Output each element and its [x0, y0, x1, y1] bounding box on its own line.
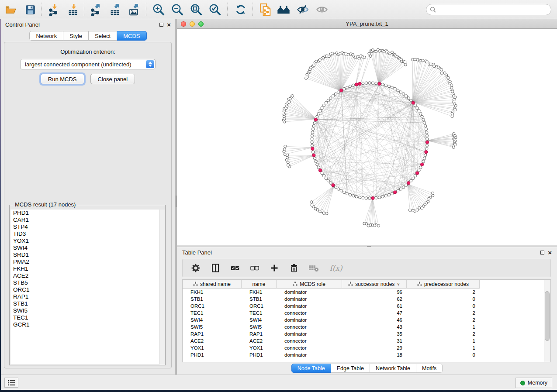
mcds-result-item[interactable]: TEC1	[10, 314, 164, 321]
mcds-result-item[interactable]: RAP1	[10, 293, 164, 300]
tab-edge-table[interactable]: Edge Table	[331, 364, 370, 373]
network-graph[interactable]	[177, 29, 557, 245]
mcds-result-item[interactable]: GCR1	[10, 321, 164, 328]
network-node	[332, 95, 334, 97]
export-network-button[interactable]	[88, 2, 103, 17]
memory-button[interactable]: Memory	[515, 378, 552, 388]
zoom-in-button[interactable]	[151, 2, 166, 17]
export-image-button[interactable]	[127, 2, 142, 17]
network-node	[408, 209, 411, 211]
zoom-out-button[interactable]	[170, 2, 185, 17]
mcds-result-item[interactable]: YOX1	[10, 237, 164, 244]
tab-select[interactable]: Select	[89, 31, 117, 41]
tab-network[interactable]: Network	[29, 31, 63, 41]
show-all-button[interactable]	[315, 2, 329, 17]
mcds-result-list[interactable]: PHD1CAR1STP4TID3YOX1SWI4SRD1PMA2FKH1ACE2…	[10, 210, 164, 364]
network-node	[405, 95, 407, 97]
mcds-result-item[interactable]: FKH1	[10, 265, 164, 272]
network-node	[426, 148, 428, 150]
mcds-result-item[interactable]: STP4	[10, 224, 164, 230]
network-node	[423, 157, 426, 160]
save-session-button[interactable]	[23, 2, 38, 17]
delete-rows-button[interactable]	[288, 262, 300, 274]
export-table-button[interactable]	[107, 2, 122, 17]
table-row[interactable]: ORC1ORC1dominator610	[183, 303, 480, 309]
tab-network-table[interactable]: Network Table	[370, 364, 416, 373]
function-builder-button[interactable]: f(x)	[327, 262, 345, 274]
apply-layout-button[interactable]	[233, 2, 248, 17]
table-row[interactable]: TEC1TEC1connector472	[183, 309, 480, 316]
float-panel-icon[interactable]	[540, 251, 544, 254]
table-row[interactable]: STB1STB1dominator620	[183, 296, 480, 303]
network-node	[311, 141, 313, 144]
float-panel-icon[interactable]	[159, 23, 163, 27]
mcds-result-item[interactable]: STB5	[10, 279, 164, 286]
delete-table-button[interactable]	[308, 262, 320, 274]
mcds-result-item[interactable]: STB1	[10, 300, 164, 307]
mcds-result-item[interactable]: TID3	[10, 230, 164, 237]
table-row[interactable]: YOX1YOX1connector291	[183, 344, 480, 351]
mcds-result-item[interactable]: CAR1	[10, 217, 164, 224]
mcds-result-item[interactable]: PHD1	[10, 210, 164, 217]
network-node	[414, 104, 416, 107]
search-input[interactable]	[436, 7, 551, 13]
column-header-predecessor-nodes[interactable]: predecessor nodes	[407, 280, 480, 288]
mcds-result-item[interactable]: SWI4	[10, 244, 164, 251]
network-node	[346, 192, 348, 195]
table-header[interactable]: shared namenameMCDS rolesuccessor nodes∨…	[183, 280, 480, 289]
add-row-button[interactable]	[268, 262, 280, 274]
network-node	[426, 138, 429, 140]
table-row[interactable]: FKH1FKH1dominator962	[183, 289, 480, 296]
tab-node-table[interactable]: Node Table	[291, 364, 331, 373]
network-node	[334, 186, 337, 189]
table-cell: SWI5	[183, 323, 242, 330]
column-header-MCDS-role[interactable]: MCDS role	[277, 280, 342, 288]
close-panel-icon[interactable]: ×	[548, 251, 552, 254]
zoom-fit-button[interactable]	[189, 2, 204, 17]
scrollbar-thumb[interactable]	[545, 291, 550, 341]
mcds-result-item[interactable]: ORC1	[10, 286, 164, 293]
mcds-result-item[interactable]: SRD1	[10, 251, 164, 258]
mcds-result-item[interactable]: PMA2	[10, 258, 164, 265]
export-network-icon	[90, 3, 102, 16]
import-network-button[interactable]	[46, 2, 61, 17]
close-panel-icon[interactable]: ×	[167, 23, 171, 27]
close-panel-button[interactable]: Close panel	[90, 74, 135, 84]
task-history-button[interactable]	[4, 378, 18, 388]
search-field[interactable]	[426, 4, 551, 15]
run-mcds-button[interactable]: Run MCDS	[41, 74, 84, 84]
houses-button[interactable]	[276, 2, 291, 17]
import-table-button[interactable]	[66, 2, 80, 17]
mcds-list-scrollbar[interactable]	[159, 210, 165, 365]
criterion-select[interactable]: largest connected component (undirected)	[20, 59, 156, 69]
hide-selected-button[interactable]	[295, 2, 310, 17]
column-header-shared-name[interactable]: shared name	[183, 280, 242, 288]
table-row[interactable]: SWI4SWI4dominator462	[183, 316, 480, 323]
network-view-canvas[interactable]	[177, 29, 557, 245]
column-header-name[interactable]: name	[242, 280, 277, 288]
node-table[interactable]: shared namenameMCDS rolesuccessor nodes∨…	[182, 279, 551, 362]
mcds-result-item[interactable]: ACE2	[10, 272, 164, 279]
open-file-button[interactable]	[3, 2, 18, 17]
table-cell: 1	[407, 337, 480, 344]
table-row[interactable]: PHD1PHD1dominator180	[183, 351, 480, 358]
show-columns-button[interactable]	[209, 262, 221, 274]
tab-style[interactable]: Style	[63, 31, 89, 41]
network-file-button[interactable]	[258, 2, 273, 17]
select-all-button[interactable]	[229, 262, 241, 274]
tab-motifs[interactable]: Motifs	[416, 364, 443, 373]
mcds-result-item[interactable]: SWI5	[10, 307, 164, 314]
tab-mcds[interactable]: MCDS	[117, 31, 146, 41]
table-row[interactable]: RAP1RAP1dominator352	[183, 330, 480, 337]
table-scrollbar[interactable]	[544, 280, 550, 362]
toolbar-separator	[227, 3, 228, 16]
deselect-all-button[interactable]	[249, 262, 261, 274]
network-node	[451, 115, 453, 117]
table-settings-button[interactable]	[190, 262, 202, 274]
table-row[interactable]: ACE2ACE2connector311	[183, 337, 480, 344]
column-header-successor-nodes[interactable]: successor nodes∨	[342, 280, 407, 288]
zoom-selected-button[interactable]	[208, 2, 222, 17]
table-row[interactable]: SWI5SWI5connector431	[183, 323, 480, 330]
main-toolbar	[0, 0, 557, 19]
node-layer[interactable]	[282, 48, 457, 227]
